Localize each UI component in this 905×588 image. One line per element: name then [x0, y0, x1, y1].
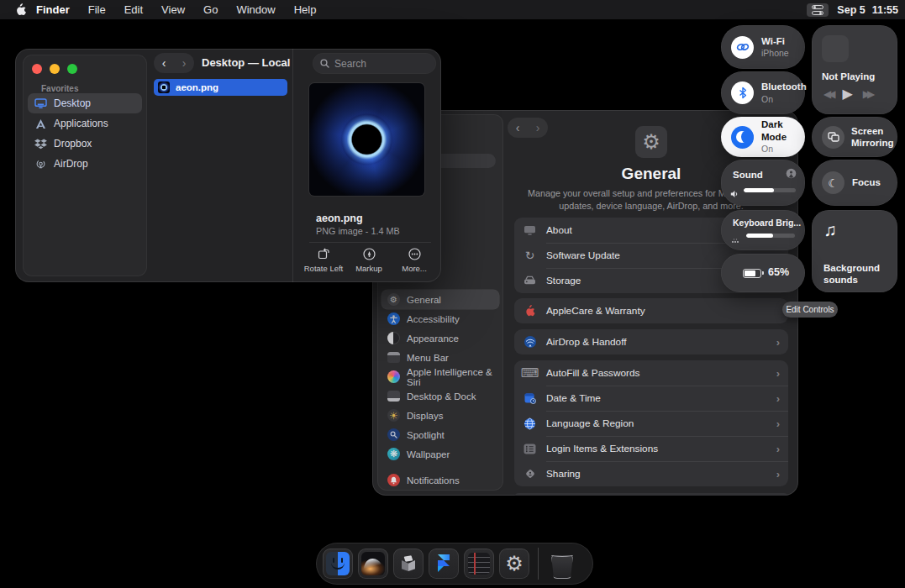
screen-mirroring-tile[interactable]: Screen Mirroring	[812, 117, 897, 157]
battery-tile[interactable]: 65%	[721, 254, 805, 292]
next-track-button[interactable]: ▶▶	[863, 88, 871, 100]
sidebar-item-spotlight[interactable]: Spotlight	[381, 425, 499, 444]
dark-mode-tile[interactable]: Dark Mode On	[721, 117, 805, 157]
applecare-apple-icon	[523, 304, 537, 318]
wifi-tile[interactable]: Wi-Fi iPhone	[721, 25, 805, 69]
sidebar-item-desktop[interactable]: Desktop	[28, 93, 142, 113]
sidebar-item-desktop-dock[interactable]: Desktop & Dock	[381, 386, 499, 406]
finder-sidebar: Favorites Desktop Applications Dropbox A…	[23, 55, 147, 276]
keyboard-brightness-tile[interactable]: Keyboard Brig...	[721, 210, 805, 250]
accessibility-icon	[387, 312, 400, 325]
keyboard-brightness-slider[interactable]	[746, 234, 795, 238]
system-settings-dock-icon[interactable]: ⚙	[499, 549, 529, 579]
sidebar-item-notifications[interactable]: Notifications	[381, 470, 499, 490]
finder-dock-icon[interactable]	[323, 549, 353, 579]
ledger-app-icon[interactable]	[464, 549, 494, 579]
menu-edit[interactable]: Edit	[115, 0, 152, 19]
trash-icon[interactable]	[547, 549, 577, 579]
sharing-icon	[523, 467, 537, 481]
finder-window: Favorites Desktop Applications Dropbox A…	[15, 49, 441, 282]
settings-group-airdrop: AirDrop & Handoff ›	[514, 329, 788, 354]
dock-separator	[538, 548, 539, 580]
sidebar-item-appearance[interactable]: Appearance	[381, 328, 499, 348]
finder-window-title: Desktop — Local	[202, 56, 290, 69]
sidebar-item-applications[interactable]: Applications	[28, 113, 142, 134]
horizon-image-app-icon[interactable]	[358, 549, 388, 579]
file-row-aeon-png[interactable]: aeon.png	[154, 79, 287, 96]
close-button[interactable]	[32, 64, 42, 74]
wifi-status: iPhone	[761, 48, 789, 58]
sidebar-item-accessibility[interactable]: Accessibility	[381, 309, 499, 328]
menu-window[interactable]: Window	[227, 0, 284, 19]
menu-bar: Finder File Edit View Go Window Help Sep…	[0, 0, 905, 19]
airdrop-icon	[34, 158, 47, 170]
album-art-placeholder	[822, 35, 849, 62]
row-language-region[interactable]: Language & Region ›	[514, 411, 788, 436]
music-notes-icon: ♫	[823, 220, 837, 240]
sidebar-item-displays[interactable]: ☀ Displays	[381, 406, 499, 425]
sidebar-item-menu-bar[interactable]: Menu Bar	[381, 348, 499, 367]
desktop-dock-icon	[387, 391, 400, 402]
menu-view[interactable]: View	[152, 0, 194, 19]
sidebar-item-wallpaper[interactable]: ❋ Wallpaper	[381, 444, 499, 464]
chevron-right-icon: ›	[776, 443, 780, 455]
finder-back-button[interactable]: ‹	[162, 56, 166, 70]
airplay-audio-icon	[786, 167, 797, 182]
row-sharing[interactable]: Sharing ›	[514, 461, 788, 486]
sidebar-item-general[interactable]: ⚙ General	[381, 290, 499, 309]
now-playing-tile[interactable]: Not Playing ◀◀ ▶ ▶▶	[812, 25, 897, 114]
rotate-left-button[interactable]: Rotate Left	[302, 247, 345, 273]
login-items-list-icon	[523, 442, 537, 456]
keyboard-brightness-icon	[731, 232, 741, 247]
preview-image-black-hole[interactable]	[309, 83, 424, 196]
menu-help[interactable]: Help	[285, 0, 326, 19]
more-ellipsis-icon	[408, 247, 421, 260]
general-gear-icon: ⚙	[387, 293, 400, 306]
previous-track-button[interactable]: ◀◀	[823, 88, 832, 100]
siri-icon	[387, 370, 400, 383]
language-globe-icon	[523, 417, 537, 431]
focus-tile[interactable]: ☾ Focus	[812, 160, 897, 206]
dark-mode-icon	[731, 126, 754, 149]
storage-icon	[523, 274, 537, 288]
speaker-icon	[730, 186, 739, 202]
sidebar-item-airdrop[interactable]: AirDrop	[28, 154, 142, 174]
markup-button[interactable]: Markup	[347, 247, 391, 273]
background-sounds-tile[interactable]: ♫ Background sounds	[812, 210, 897, 292]
minimize-button[interactable]	[50, 64, 60, 74]
row-applecare[interactable]: AppleCare & Warranty	[514, 298, 788, 323]
sidebar-item-apple-intelligence-siri[interactable]: Apple Intelligence & Siri	[381, 367, 499, 386]
framer-app-icon[interactable]	[429, 549, 459, 579]
row-autofill-passwords[interactable]: ⌨ AutoFill & Passwords ›	[514, 360, 788, 386]
menu-file[interactable]: File	[79, 0, 115, 19]
screen-mirroring-icon	[822, 126, 844, 149]
cube-3d-app-icon[interactable]	[393, 549, 424, 579]
apple-menu-icon[interactable]	[15, 3, 27, 16]
bluetooth-tile[interactable]: Bluetooth On	[721, 71, 805, 114]
autofill-keyboard-icon: ⌨	[523, 366, 537, 381]
row-airdrop-handoff[interactable]: AirDrop & Handoff ›	[514, 329, 788, 354]
more-button[interactable]: More...	[392, 247, 436, 273]
control-center-icon[interactable]	[807, 3, 829, 17]
edit-controls-button[interactable]: Edit Controls	[782, 302, 838, 318]
sidebar-item-dropbox[interactable]: Dropbox	[28, 134, 142, 154]
row-date-time[interactable]: Date & Time ›	[514, 386, 788, 411]
sound-tile[interactable]: Sound	[721, 160, 805, 206]
screen-mirroring-label: Screen Mirroring	[851, 125, 893, 150]
row-login-items[interactable]: Login Items & Extensions ›	[514, 436, 788, 461]
desktop-icon	[34, 98, 47, 109]
preview-kind-size: PNG image - 1.4 MB	[316, 226, 400, 236]
zoom-button[interactable]	[67, 64, 77, 74]
play-button[interactable]: ▶	[842, 86, 852, 102]
dark-mode-label: Dark Mode	[761, 119, 787, 141]
volume-slider[interactable]	[744, 188, 796, 192]
menu-bar-clock[interactable]: Sep 5 11:55	[837, 4, 898, 16]
menu-finder[interactable]: Finder	[27, 0, 79, 19]
spotlight-icon	[387, 428, 400, 441]
finder-forward-button[interactable]: ›	[182, 56, 187, 70]
preview-pane: aeon.png PNG image - 1.4 MB Rotate Left …	[293, 49, 441, 282]
general-page-icon: ⚙	[635, 126, 667, 158]
menu-go[interactable]: Go	[194, 0, 227, 19]
finder-nav-buttons: ‹ ›	[154, 53, 194, 73]
displays-sun-icon: ☀	[387, 409, 400, 422]
